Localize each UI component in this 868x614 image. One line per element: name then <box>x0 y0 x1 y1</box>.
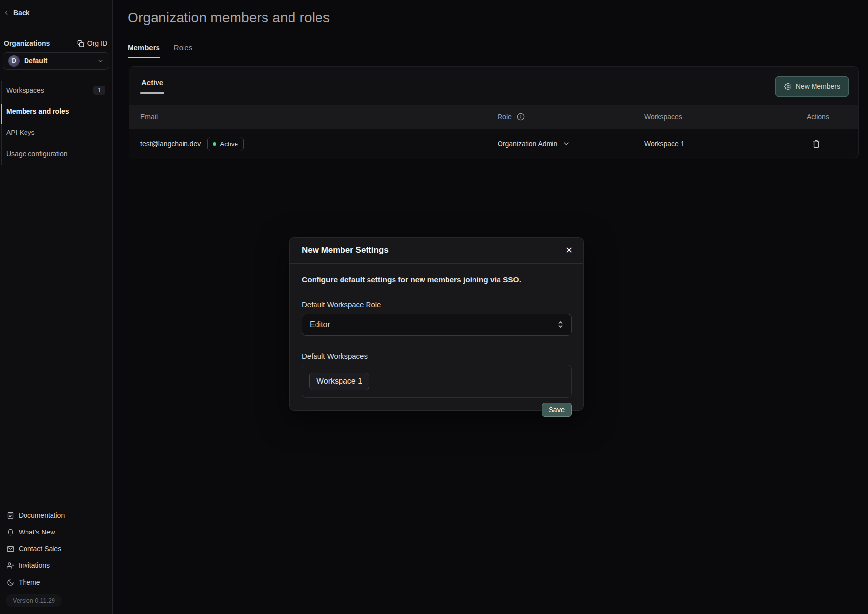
documentation-icon <box>7 512 14 519</box>
sidebar-footer: Documentation What's New Contact Sales I… <box>0 507 112 607</box>
close-icon[interactable]: ✕ <box>565 246 573 255</box>
workspace-chip[interactable]: Workspace 1 <box>309 373 369 390</box>
select-chevrons-icon <box>557 320 564 329</box>
page-tabs: Members Roles <box>128 43 192 57</box>
user-plus-icon <box>7 562 14 569</box>
sidebar-item-workspaces[interactable]: Workspaces 1 <box>0 80 112 101</box>
version-badge: Version 0.11.29 <box>6 594 62 607</box>
page-title: Organization members and roles <box>128 10 330 26</box>
copy-icon <box>77 40 84 47</box>
nav-item-label: Usage configuration <box>6 150 68 158</box>
org-id-button[interactable]: Org ID <box>77 39 107 47</box>
moon-icon <box>7 579 14 586</box>
header-email: Email <box>140 113 158 121</box>
organizations-section-label: Organizations <box>4 39 50 47</box>
modal-description: Configure default settings for new membe… <box>302 275 572 284</box>
member-email: test@langchain.dev <box>140 140 201 148</box>
sidebar-item-api-keys[interactable]: API Keys <box>0 122 112 143</box>
footer-item-theme[interactable]: Theme <box>4 574 108 590</box>
mail-icon <box>7 545 14 553</box>
footer-item-documentation[interactable]: Documentation <box>4 507 108 524</box>
tab-active[interactable]: Active <box>141 79 163 94</box>
header-workspaces: Workspaces <box>644 113 682 121</box>
new-members-button[interactable]: New Members <box>775 76 849 97</box>
nav-item-label: Members and roles <box>6 107 69 115</box>
bell-icon <box>7 529 14 536</box>
member-workspaces: Workspace 1 <box>644 140 684 148</box>
modal-title: New Member Settings <box>302 245 389 255</box>
table-header: Email Role Workspaces Actions <box>129 105 858 129</box>
default-workspaces-label: Default Workspaces <box>302 352 572 360</box>
org-id-label: Org ID <box>87 39 107 47</box>
footer-item-label: Contact Sales <box>19 545 61 553</box>
footer-item-label: Theme <box>19 578 40 586</box>
new-members-label: New Members <box>796 82 840 90</box>
footer-item-label: Documentation <box>19 511 65 519</box>
app-window: Back Organizations Org ID D Default Work… <box>0 0 868 614</box>
chevron-left-icon <box>3 9 10 16</box>
chevron-down-icon <box>97 57 104 65</box>
status-dot-icon <box>213 142 216 146</box>
organization-selector[interactable]: D Default <box>3 52 109 70</box>
header-actions: Actions <box>807 113 829 121</box>
footer-item-label: What's New <box>19 528 55 536</box>
sidebar-item-usage-configuration[interactable]: Usage configuration <box>0 143 112 164</box>
tab-members[interactable]: Members <box>128 43 160 57</box>
status-badge: Active <box>207 137 244 151</box>
footer-item-invitations[interactable]: Invitations <box>4 557 108 574</box>
table-row: test@langchain.dev Active Organization A… <box>129 129 858 159</box>
nav-item-label: Workspaces <box>6 86 44 94</box>
members-panel: Active New Members Email Role Workspaces… <box>129 66 859 159</box>
delete-member-button[interactable] <box>812 140 820 148</box>
tab-roles[interactable]: Roles <box>174 43 192 57</box>
save-button[interactable]: Save <box>542 403 572 417</box>
status-label: Active <box>220 140 238 148</box>
nav-rail-active-indicator <box>1 104 2 124</box>
gear-icon <box>784 83 791 90</box>
org-name: Default <box>24 57 92 65</box>
footer-item-whats-new[interactable]: What's New <box>4 524 108 540</box>
trash-icon <box>812 140 820 148</box>
footer-item-label: Invitations <box>19 561 50 569</box>
back-button[interactable]: Back <box>0 0 112 17</box>
chevron-down-icon <box>562 140 570 148</box>
role-dropdown[interactable]: Organization Admin <box>498 140 570 148</box>
new-member-settings-modal: New Member Settings ✕ Configure default … <box>289 237 584 411</box>
sidebar-item-members-and-roles[interactable]: Members and roles <box>0 101 112 122</box>
role-value: Organization Admin <box>498 140 557 148</box>
header-role: Role <box>498 113 512 121</box>
default-workspace-role-label: Default Workspace Role <box>302 300 572 309</box>
footer-item-contact-sales[interactable]: Contact Sales <box>4 540 108 557</box>
nav-item-label: API Keys <box>6 129 35 136</box>
org-avatar: D <box>8 55 20 67</box>
default-workspaces-input[interactable]: Workspace 1 <box>302 365 572 398</box>
selected-role: Editor <box>310 320 330 329</box>
default-workspace-role-select[interactable]: Editor <box>302 314 572 336</box>
back-label: Back <box>13 9 29 17</box>
sidebar: Back Organizations Org ID D Default Work… <box>0 0 113 614</box>
info-icon[interactable] <box>517 113 525 121</box>
workspaces-count-badge: 1 <box>93 86 105 95</box>
sidebar-nav: Workspaces 1 Members and roles API Keys … <box>0 80 112 164</box>
